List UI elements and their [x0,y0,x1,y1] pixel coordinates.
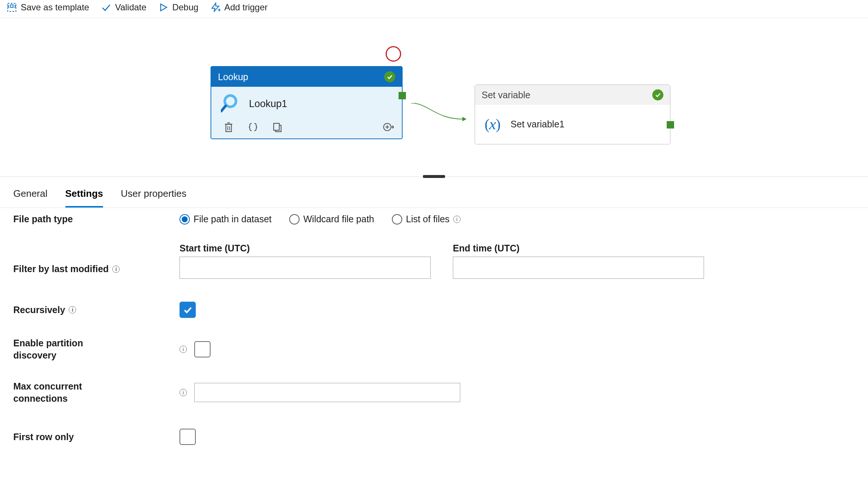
tab-settings[interactable]: Settings [65,188,103,208]
validate-label: Validate [115,2,146,13]
row-max-connections: Max concurrent connections i [13,377,855,404]
panel-resize-handle[interactable] [423,175,445,178]
checkbox-first-row-only[interactable] [180,429,196,445]
validation-ok-icon [652,89,663,100]
svg-line-6 [221,106,226,111]
breakpoint-indicator[interactable] [386,46,401,62]
activity-lookup-body: Lookup1 [211,87,402,118]
label-file-path-type: File path type [13,214,180,224]
copy-icon[interactable] [272,121,283,133]
activity-lookup-header: Lookup [211,67,402,87]
property-tabs: General Settings User properties [0,177,868,208]
label-start-time: Start time (UTC) [180,243,431,254]
radio-file-path-in-dataset[interactable]: File path in dataset [180,214,271,224]
row-recursively: Recursively i [13,299,855,318]
info-icon[interactable]: i [180,389,187,396]
file-path-type-options: File path in dataset Wildcard file path … [180,214,473,224]
row-file-path-type: File path type File path in dataset Wild… [13,212,855,224]
label-end-time: End time (UTC) [453,243,704,254]
debug-label: Debug [172,2,198,13]
input-end-time[interactable] [453,257,704,279]
activity-set-variable-type: Set variable [482,90,530,100]
pipeline-canvas[interactable]: Lookup Lookup1 [0,18,868,177]
lightning-icon [210,2,221,13]
add-trigger-button[interactable]: Add trigger [210,2,267,13]
activity-set-variable-body: (x) Set variable1 [475,105,670,144]
lookup-icon [221,93,242,114]
tab-general[interactable]: General [13,188,48,208]
svg-marker-17 [462,117,467,121]
input-start-time[interactable] [180,257,431,279]
info-icon[interactable]: i [180,346,187,353]
radio-label: Wildcard file path [303,214,374,224]
activity-lookup-name: Lookup1 [249,98,287,110]
activity-set-variable-header: Set variable [475,85,670,105]
info-icon[interactable]: i [112,265,120,273]
radio-label: File path in dataset [194,214,271,224]
svg-rect-12 [274,123,279,130]
label-recursively: Recursively i [13,305,180,315]
row-first-row-only: First row only [13,426,855,445]
save-template-label: Save as template [21,2,89,13]
save-template-icon [7,2,17,13]
input-max-connections[interactable] [194,383,460,402]
checkbox-partition-discovery[interactable] [194,341,211,357]
activity-lookup-actions [211,118,402,138]
label-filter-by-modified: Filter by last modified i [13,243,180,279]
info-icon[interactable]: i [69,306,76,313]
braces-icon[interactable] [247,121,259,133]
label-max-connections: Max concurrent connections [13,380,180,404]
radio-list-of-files[interactable]: List of files i [392,214,461,224]
svg-marker-2 [212,3,219,11]
output-port[interactable] [399,92,406,99]
connector-arrow[interactable] [402,103,476,125]
activity-set-variable[interactable]: Set variable (x) Set variable1 [475,85,670,144]
add-trigger-label: Add trigger [224,2,267,13]
label-partition-discovery: Enable partition discovery [13,337,180,361]
start-time-column: Start time (UTC) [180,243,431,279]
checkbox-recursively[interactable] [180,302,196,318]
debug-button[interactable]: Debug [158,2,198,13]
row-partition-discovery: Enable partition discovery i [13,334,855,361]
play-icon [158,2,168,13]
svg-rect-7 [226,124,232,132]
radio-wildcard-file-path[interactable]: Wildcard file path [289,214,374,224]
add-output-icon[interactable] [383,121,394,133]
delete-icon[interactable] [223,121,234,133]
info-icon[interactable]: i [453,216,461,223]
settings-panel: File path type File path in dataset Wild… [0,212,868,460]
tab-user-properties[interactable]: User properties [121,188,187,208]
validate-button[interactable]: Validate [101,2,146,13]
end-time-column: End time (UTC) [453,243,704,279]
activity-lookup-type: Lookup [218,72,248,82]
variable-icon: (x) [485,115,500,133]
toolbar: Save as template Validate Debug Add trig… [0,0,868,18]
radio-label: List of files [406,214,450,224]
row-filter-by-modified: Filter by last modified i Start time (UT… [13,243,855,279]
activity-lookup[interactable]: Lookup Lookup1 [211,66,403,139]
svg-marker-1 [161,4,167,11]
save-template-button[interactable]: Save as template [7,2,89,13]
output-port[interactable] [667,121,674,128]
activity-set-variable-name: Set variable1 [510,119,564,130]
label-first-row-only: First row only [13,432,180,442]
check-icon [101,2,111,13]
validation-ok-icon [384,71,395,82]
